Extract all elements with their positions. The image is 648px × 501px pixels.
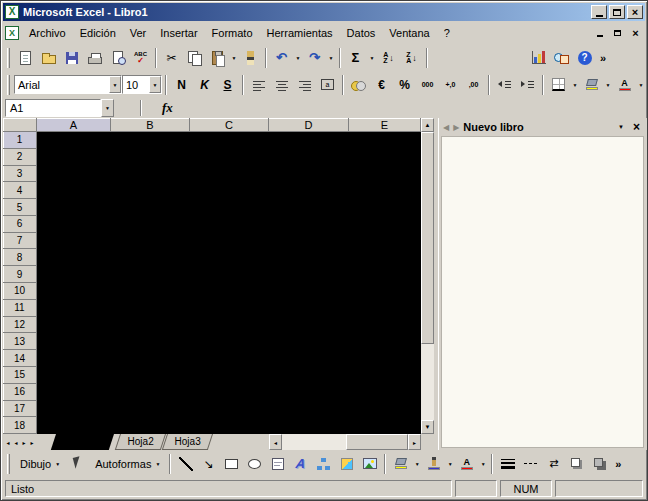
text-box-button[interactable] xyxy=(266,453,289,475)
arrow-button[interactable]: ↘ xyxy=(197,453,220,475)
redo-button[interactable]: ↷ xyxy=(303,47,326,69)
font-color-button[interactable]: A xyxy=(613,74,636,96)
horizontal-scrollbar[interactable]: ◂ ▸ xyxy=(269,434,421,450)
line-style-button[interactable] xyxy=(496,453,519,475)
shadow-style-button[interactable] xyxy=(565,453,588,475)
oval-button[interactable] xyxy=(243,453,266,475)
menu-archivo[interactable]: Archivo xyxy=(22,24,73,42)
new-button[interactable] xyxy=(14,47,37,69)
workbook-icon[interactable]: X xyxy=(5,26,19,40)
row-header-14[interactable]: 14 xyxy=(3,350,37,367)
threed-style-button[interactable] xyxy=(588,453,611,475)
arrow-style-button[interactable]: ⇄ xyxy=(542,453,565,475)
draw-menu-button[interactable]: Dibujo ▼ xyxy=(14,453,66,475)
row-header-2[interactable]: 2 xyxy=(3,149,37,166)
toolbar-grip[interactable] xyxy=(7,48,10,68)
task-pane-forward-button[interactable]: ▶ xyxy=(453,123,459,132)
decrease-decimal-button[interactable]: ,00 xyxy=(462,74,485,96)
undo-button[interactable]: ↶ xyxy=(270,47,293,69)
horizontal-scroll-thumb[interactable] xyxy=(346,434,408,450)
italic-button[interactable]: K xyxy=(193,74,216,96)
diagram-button[interactable] xyxy=(312,453,335,475)
drawing-fill-color-dropdown[interactable]: ▼ xyxy=(412,453,422,475)
font-size-dropdown-icon[interactable]: ▼ xyxy=(149,76,161,93)
row-header-10[interactable]: 10 xyxy=(3,283,37,300)
row-header-4[interactable]: 4 xyxy=(3,182,37,199)
open-button[interactable] xyxy=(37,47,60,69)
menu-ayuda[interactable]: ? xyxy=(437,24,457,42)
column-header-a[interactable]: A xyxy=(37,118,111,132)
font-name-combobox[interactable]: Arial ▼ xyxy=(14,75,122,94)
print-preview-button[interactable] xyxy=(106,47,129,69)
sheet-tab-hoja2[interactable]: Hoja2 xyxy=(115,434,166,450)
line-button[interactable] xyxy=(174,453,197,475)
last-sheet-button[interactable]: ▸ xyxy=(28,435,36,450)
row-header-8[interactable]: 8 xyxy=(3,249,37,266)
standard-toolbar-options-chevron[interactable]: » xyxy=(596,47,610,69)
dash-style-button[interactable] xyxy=(519,453,542,475)
row-header-13[interactable]: 13 xyxy=(3,333,37,350)
row-header-7[interactable]: 7 xyxy=(3,233,37,250)
column-header-d[interactable]: D xyxy=(269,118,349,132)
minimize-button[interactable] xyxy=(591,5,607,19)
column-header-c[interactable]: C xyxy=(190,118,269,132)
cut-button[interactable]: ✂ xyxy=(160,47,183,69)
scroll-down-button[interactable]: ▼ xyxy=(421,420,434,434)
drawing-font-color-dropdown[interactable]: ▼ xyxy=(478,453,488,475)
align-right-button[interactable] xyxy=(293,74,316,96)
print-button[interactable] xyxy=(83,47,106,69)
autosum-dropdown[interactable]: ▼ xyxy=(367,47,377,69)
row-header-9[interactable]: 9 xyxy=(3,266,37,283)
task-pane-back-button[interactable]: ◀ xyxy=(443,123,449,132)
rectangle-button[interactable] xyxy=(220,453,243,475)
scroll-right-button[interactable]: ▸ xyxy=(408,434,421,450)
menu-ventana[interactable]: Ventana xyxy=(382,24,436,42)
undo-dropdown[interactable]: ▼ xyxy=(293,47,303,69)
row-header-5[interactable]: 5 xyxy=(3,199,37,216)
next-sheet-button[interactable]: ▸ xyxy=(20,435,28,450)
task-pane-dropdown-button[interactable]: ▼ xyxy=(615,124,627,130)
menu-datos[interactable]: Datos xyxy=(340,24,383,42)
fill-color-dropdown[interactable]: ▼ xyxy=(603,74,613,96)
select-all-corner[interactable] xyxy=(3,118,37,132)
fill-color-button[interactable] xyxy=(580,74,603,96)
autoshapes-menu-button[interactable]: Autoformas ▼ xyxy=(89,453,166,475)
font-size-combobox[interactable]: 10 ▼ xyxy=(122,75,162,94)
wordart-button[interactable]: A xyxy=(289,453,312,475)
align-left-button[interactable] xyxy=(247,74,270,96)
save-button[interactable] xyxy=(60,47,83,69)
vertical-scroll-thumb[interactable] xyxy=(421,132,434,344)
workbook-restore-button[interactable] xyxy=(610,26,625,39)
menu-edicion[interactable]: Edición xyxy=(73,24,123,42)
row-header-15[interactable]: 15 xyxy=(3,367,37,384)
row-header-17[interactable]: 17 xyxy=(3,401,37,418)
toolbar-grip[interactable] xyxy=(7,75,10,95)
font-color-dropdown[interactable]: ▼ xyxy=(636,74,646,96)
toolbar-grip[interactable] xyxy=(7,454,10,474)
align-center-button[interactable] xyxy=(270,74,293,96)
increase-indent-button[interactable] xyxy=(516,74,539,96)
row-header-16[interactable]: 16 xyxy=(3,384,37,401)
row-header-11[interactable]: 11 xyxy=(3,300,37,317)
chart-wizard-button[interactable] xyxy=(527,47,550,69)
bold-button[interactable]: N xyxy=(170,74,193,96)
column-header-e[interactable]: E xyxy=(349,118,421,132)
menu-herramientas[interactable]: Herramientas xyxy=(260,24,340,42)
clipart-button[interactable] xyxy=(335,453,358,475)
row-header-12[interactable]: 12 xyxy=(3,317,37,334)
column-header-b[interactable]: B xyxy=(111,118,190,132)
close-button[interactable]: × xyxy=(627,5,643,19)
percent-style-button[interactable]: % xyxy=(393,74,416,96)
drawing-fill-color-button[interactable] xyxy=(389,453,412,475)
name-box-dropdown[interactable]: ▼ xyxy=(101,99,114,117)
copy-button[interactable] xyxy=(183,47,206,69)
maximize-button[interactable] xyxy=(609,5,625,19)
borders-dropdown[interactable]: ▼ xyxy=(570,74,580,96)
autosum-button[interactable]: Σ xyxy=(344,47,367,69)
sheet-tab-hoja3[interactable]: Hoja3 xyxy=(162,434,213,450)
font-name-dropdown-icon[interactable]: ▼ xyxy=(109,76,121,93)
menu-ver[interactable]: Ver xyxy=(123,24,154,42)
select-objects-button[interactable] xyxy=(66,453,89,475)
insert-picture-button[interactable] xyxy=(358,453,381,475)
euro-button[interactable]: € xyxy=(370,74,393,96)
